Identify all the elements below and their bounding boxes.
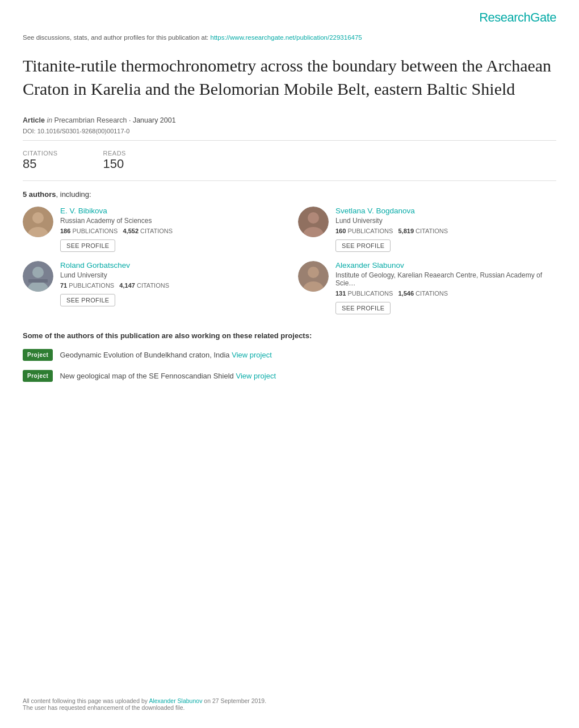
doi-line: DOI: 10.1016/S0301-9268(00)00117-0 — [0, 127, 579, 140]
footer-suffix: on 27 September 2019. — [202, 697, 266, 704]
svg-point-11 — [308, 267, 319, 278]
footer-uploader-link[interactable]: Alexander Slabunov — [149, 697, 202, 704]
citations-block: CITATIONS 85 — [23, 150, 58, 171]
avatar-gorbatschev — [23, 261, 53, 292]
avatar-image-bibikova — [23, 207, 53, 237]
avatar-image-slabunov — [298, 261, 329, 292]
author-stats-slabunov: 131 PUBLICATIONS 1,546 CITATIONS — [335, 290, 556, 297]
notice-text-prefix: See discussions, stats, and author profi… — [23, 34, 211, 41]
authors-grid: E. V. Bibikova Russian Academy of Scienc… — [23, 207, 556, 314]
meta-dot: · — [129, 116, 131, 124]
article-meta: Article in Precambrian Research · Januar… — [0, 111, 579, 127]
author-card-bibikova: E. V. Bibikova Russian Academy of Scienc… — [23, 207, 281, 252]
svg-point-1 — [32, 212, 44, 224]
reads-block: READS 150 — [103, 150, 126, 171]
reads-label: READS — [103, 150, 126, 157]
publication-link[interactable]: https://www.researchgate.net/publication… — [211, 34, 362, 41]
project-badge-0: Project — [23, 349, 53, 361]
author-card-bogdanova: Svetlana V. Bogdanova Lund University 16… — [298, 207, 556, 252]
author-affiliation-bibikova: Russian Academy of Sciences — [60, 217, 173, 225]
authors-section: 5 authors, including: E. V. Bibikova Rus… — [0, 181, 579, 320]
author-affiliation-bogdanova: Lund University — [335, 217, 448, 225]
reads-value: 150 — [103, 157, 126, 171]
authors-heading-suffix: , including: — [56, 190, 91, 199]
author-name-slabunov[interactable]: Alexander Slabunov — [335, 261, 556, 270]
footer-prefix: All content following this page was uplo… — [23, 697, 149, 704]
researchgate-logo: ResearchGate — [479, 10, 556, 25]
author-affiliation-gorbatschev: Lund University — [60, 271, 169, 279]
article-type: Article — [23, 116, 45, 124]
authors-heading: 5 authors, including: — [23, 190, 556, 199]
see-profile-bogdanova[interactable]: SEE PROFILE — [335, 239, 391, 252]
avatar-bibikova — [23, 207, 53, 237]
journal-name: Precambrian Research — [54, 116, 127, 124]
related-projects-heading: Some of the authors of this publication … — [23, 331, 556, 340]
author-info-gorbatschev: Roland Gorbatschev Lund University 71 PU… — [60, 261, 169, 306]
project-item-0: Project Geodynamic Evolution of Bundelkh… — [23, 349, 556, 361]
related-projects-section: Some of the authors of this publication … — [0, 320, 579, 397]
avatar-image-gorbatschev — [23, 261, 53, 292]
stats-row: CITATIONS 85 READS 150 — [0, 141, 579, 180]
project-item-1: Project New geological map of the SE Fen… — [23, 370, 556, 382]
author-info-bibikova: E. V. Bibikova Russian Academy of Scienc… — [60, 207, 173, 252]
project-text-1: New geological map of the SE Fennoscandi… — [60, 372, 276, 380]
author-stats-bibikova: 186 PUBLICATIONS 4,552 CITATIONS — [60, 228, 173, 234]
project-link-0[interactable]: View project — [232, 351, 272, 359]
see-profile-slabunov[interactable]: SEE PROFILE — [335, 302, 391, 314]
avatar-slabunov — [298, 261, 329, 292]
author-name-bogdanova[interactable]: Svetlana V. Bogdanova — [335, 207, 448, 215]
author-info-slabunov: Alexander Slabunov Institute of Geology,… — [335, 261, 556, 314]
svg-point-7 — [32, 267, 44, 278]
article-title: Titanite-rutile thermochronometry across… — [0, 47, 579, 111]
project-text-0: Geodynamic Evolution of Bundelkhand crat… — [60, 351, 271, 359]
author-stats-bogdanova: 160 PUBLICATIONS 5,819 CITATIONS — [335, 228, 448, 234]
author-card-slabunov: Alexander Slabunov Institute of Geology,… — [298, 261, 556, 314]
avatar-bogdanova — [298, 207, 329, 237]
author-info-bogdanova: Svetlana V. Bogdanova Lund University 16… — [335, 207, 448, 252]
author-stats-gorbatschev: 71 PUBLICATIONS 4,147 CITATIONS — [60, 282, 169, 289]
see-profile-bibikova[interactable]: SEE PROFILE — [60, 239, 115, 252]
footer-line-1: All content following this page was uplo… — [23, 697, 556, 704]
in-label: in — [47, 116, 52, 124]
article-date: January 2001 — [133, 116, 176, 124]
author-name-bibikova[interactable]: E. V. Bibikova — [60, 207, 173, 215]
see-profile-gorbatschev[interactable]: SEE PROFILE — [60, 294, 115, 306]
author-affiliation-slabunov: Institute of Geology, Karelian Reaearch … — [335, 271, 556, 287]
project-link-1[interactable]: View project — [236, 372, 276, 380]
top-notice: See discussions, stats, and author profi… — [0, 31, 579, 47]
footer-line-2: The user has requested enhancement of th… — [23, 704, 556, 711]
doi-value: 10.1016/S0301-9268(00)00117-0 — [37, 128, 130, 134]
authors-count: 5 authors — [23, 190, 56, 199]
doi-label: DOI: — [23, 128, 36, 134]
page-footer: All content following this page was uplo… — [23, 697, 556, 711]
svg-point-4 — [308, 212, 319, 224]
author-name-gorbatschev[interactable]: Roland Gorbatschev — [60, 261, 169, 270]
author-card-gorbatschev: Roland Gorbatschev Lund University 71 PU… — [23, 261, 281, 314]
avatar-image-bogdanova — [298, 207, 329, 237]
svg-rect-9 — [28, 279, 48, 283]
citations-label: CITATIONS — [23, 150, 58, 157]
citations-value: 85 — [23, 157, 58, 171]
project-badge-1: Project — [23, 370, 53, 382]
page-header: ResearchGate — [0, 0, 579, 31]
